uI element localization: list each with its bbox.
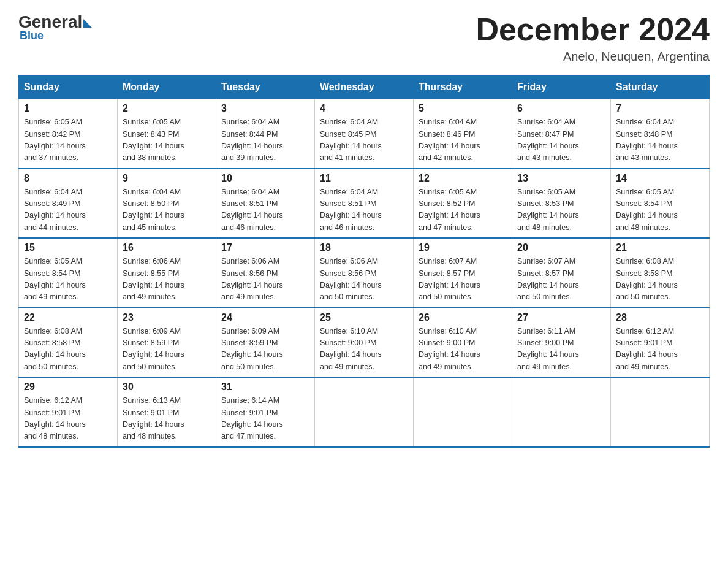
calendar-cell: 12 Sunrise: 6:05 AMSunset: 8:52 PMDaylig… [414,169,512,239]
calendar-cell: 30 Sunrise: 6:13 AMSunset: 9:01 PMDaylig… [118,377,216,447]
header-friday: Friday [512,75,611,99]
day-number: 24 [221,312,309,323]
calendar-cell: 26 Sunrise: 6:10 AMSunset: 9:00 PMDaylig… [414,308,512,378]
day-info: Sunrise: 6:12 AMSunset: 9:01 PMDaylight:… [616,327,678,371]
calendar-cell: 11 Sunrise: 6:04 AMSunset: 8:51 PMDaylig… [315,169,414,239]
day-number: 28 [616,312,704,323]
day-number: 11 [320,173,408,184]
calendar-cell: 21 Sunrise: 6:08 AMSunset: 8:58 PMDaylig… [611,238,710,308]
day-number: 1 [24,103,112,114]
day-number: 22 [24,312,112,323]
calendar-header-row: SundayMondayTuesdayWednesdayThursdayFrid… [19,75,710,99]
calendar-cell: 24 Sunrise: 6:09 AMSunset: 8:59 PMDaylig… [216,308,315,378]
day-number: 31 [221,381,309,393]
day-info: Sunrise: 6:06 AMSunset: 8:56 PMDaylight:… [320,257,382,301]
calendar-cell: 8 Sunrise: 6:04 AMSunset: 8:49 PMDayligh… [19,169,118,239]
day-info: Sunrise: 6:05 AMSunset: 8:54 PMDaylight:… [616,188,678,232]
day-number: 12 [419,173,507,184]
logo-triangle-icon [83,19,92,28]
calendar-table: SundayMondayTuesdayWednesdayThursdayFrid… [18,75,710,448]
calendar-cell: 22 Sunrise: 6:08 AMSunset: 8:58 PMDaylig… [19,308,118,378]
day-info: Sunrise: 6:04 AMSunset: 8:50 PMDaylight:… [123,188,184,232]
calendar-week-row: 1 Sunrise: 6:05 AMSunset: 8:42 PMDayligh… [19,99,710,169]
day-number: 3 [221,103,309,114]
day-number: 6 [517,103,605,114]
calendar-cell: 7 Sunrise: 6:04 AMSunset: 8:48 PMDayligh… [611,99,710,169]
day-number: 7 [616,103,704,114]
calendar-cell: 9 Sunrise: 6:04 AMSunset: 8:50 PMDayligh… [118,169,216,239]
calendar-cell: 23 Sunrise: 6:09 AMSunset: 8:59 PMDaylig… [118,308,216,378]
day-number: 23 [123,312,211,323]
header-saturday: Saturday [611,75,710,99]
header-monday: Monday [118,75,216,99]
day-info: Sunrise: 6:04 AMSunset: 8:49 PMDaylight:… [24,188,86,232]
calendar-cell [414,377,512,447]
day-info: Sunrise: 6:12 AMSunset: 9:01 PMDaylight:… [24,396,86,440]
day-number: 29 [24,381,112,393]
day-info: Sunrise: 6:06 AMSunset: 8:55 PMDaylight:… [123,257,184,301]
header-sunday: Sunday [19,75,118,99]
calendar-cell: 6 Sunrise: 6:04 AMSunset: 8:47 PMDayligh… [512,99,611,169]
calendar-cell: 19 Sunrise: 6:07 AMSunset: 8:57 PMDaylig… [414,238,512,308]
day-info: Sunrise: 6:08 AMSunset: 8:58 PMDaylight:… [616,257,678,301]
day-info: Sunrise: 6:05 AMSunset: 8:52 PMDaylight:… [419,188,480,232]
title-block: December 2024 Anelo, Neuquen, Argentina [476,12,710,64]
calendar-week-row: 29 Sunrise: 6:12 AMSunset: 9:01 PMDaylig… [19,377,710,447]
day-info: Sunrise: 6:04 AMSunset: 8:51 PMDaylight:… [320,188,382,232]
day-number: 4 [320,103,408,114]
calendar-cell: 3 Sunrise: 6:04 AMSunset: 8:44 PMDayligh… [216,99,315,169]
day-info: Sunrise: 6:09 AMSunset: 8:59 PMDaylight:… [221,327,283,371]
calendar-cell: 28 Sunrise: 6:12 AMSunset: 9:01 PMDaylig… [611,308,710,378]
calendar-cell: 10 Sunrise: 6:04 AMSunset: 8:51 PMDaylig… [216,169,315,239]
calendar-cell: 2 Sunrise: 6:05 AMSunset: 8:43 PMDayligh… [118,99,216,169]
logo-blue-text: Blue [20,29,44,42]
calendar-cell: 31 Sunrise: 6:14 AMSunset: 9:01 PMDaylig… [216,377,315,447]
day-info: Sunrise: 6:05 AMSunset: 8:53 PMDaylight:… [517,188,579,232]
calendar-cell: 15 Sunrise: 6:05 AMSunset: 8:54 PMDaylig… [19,238,118,308]
day-number: 18 [320,242,408,253]
day-info: Sunrise: 6:05 AMSunset: 8:43 PMDaylight:… [123,118,184,162]
day-info: Sunrise: 6:04 AMSunset: 8:47 PMDaylight:… [517,118,579,162]
day-info: Sunrise: 6:08 AMSunset: 8:58 PMDaylight:… [24,327,86,371]
day-number: 25 [320,312,408,323]
calendar-cell: 29 Sunrise: 6:12 AMSunset: 9:01 PMDaylig… [19,377,118,447]
calendar-week-row: 8 Sunrise: 6:04 AMSunset: 8:49 PMDayligh… [19,169,710,239]
header-thursday: Thursday [414,75,512,99]
day-number: 21 [616,242,704,253]
day-number: 16 [123,242,211,253]
calendar-cell: 25 Sunrise: 6:10 AMSunset: 9:00 PMDaylig… [315,308,414,378]
calendar-cell: 18 Sunrise: 6:06 AMSunset: 8:56 PMDaylig… [315,238,414,308]
day-number: 27 [517,312,605,323]
calendar-cell [512,377,611,447]
day-info: Sunrise: 6:07 AMSunset: 8:57 PMDaylight:… [419,257,480,301]
day-info: Sunrise: 6:11 AMSunset: 9:00 PMDaylight:… [517,327,579,371]
day-info: Sunrise: 6:07 AMSunset: 8:57 PMDaylight:… [517,257,579,301]
calendar-cell: 27 Sunrise: 6:11 AMSunset: 9:00 PMDaylig… [512,308,611,378]
day-info: Sunrise: 6:04 AMSunset: 8:46 PMDaylight:… [419,118,480,162]
day-info: Sunrise: 6:04 AMSunset: 8:51 PMDaylight:… [221,188,283,232]
day-number: 9 [123,173,211,184]
month-title: December 2024 [476,12,710,47]
day-number: 10 [221,173,309,184]
header-tuesday: Tuesday [216,75,315,99]
day-number: 5 [419,103,507,114]
day-number: 14 [616,173,704,184]
calendar-cell [611,377,710,447]
calendar-cell: 20 Sunrise: 6:07 AMSunset: 8:57 PMDaylig… [512,238,611,308]
day-number: 26 [419,312,507,323]
day-info: Sunrise: 6:13 AMSunset: 9:01 PMDaylight:… [123,396,184,440]
day-info: Sunrise: 6:06 AMSunset: 8:56 PMDaylight:… [221,257,283,301]
day-number: 17 [221,242,309,253]
calendar-week-row: 22 Sunrise: 6:08 AMSunset: 8:58 PMDaylig… [19,308,710,378]
calendar-week-row: 15 Sunrise: 6:05 AMSunset: 8:54 PMDaylig… [19,238,710,308]
calendar-cell: 13 Sunrise: 6:05 AMSunset: 8:53 PMDaylig… [512,169,611,239]
calendar-cell: 14 Sunrise: 6:05 AMSunset: 8:54 PMDaylig… [611,169,710,239]
day-number: 20 [517,242,605,253]
day-number: 15 [24,242,112,253]
day-number: 30 [123,381,211,393]
logo: General Blue [18,12,93,42]
day-number: 8 [24,173,112,184]
location: Anelo, Neuquen, Argentina [476,50,710,64]
calendar-cell: 1 Sunrise: 6:05 AMSunset: 8:42 PMDayligh… [19,99,118,169]
calendar-cell: 16 Sunrise: 6:06 AMSunset: 8:55 PMDaylig… [118,238,216,308]
